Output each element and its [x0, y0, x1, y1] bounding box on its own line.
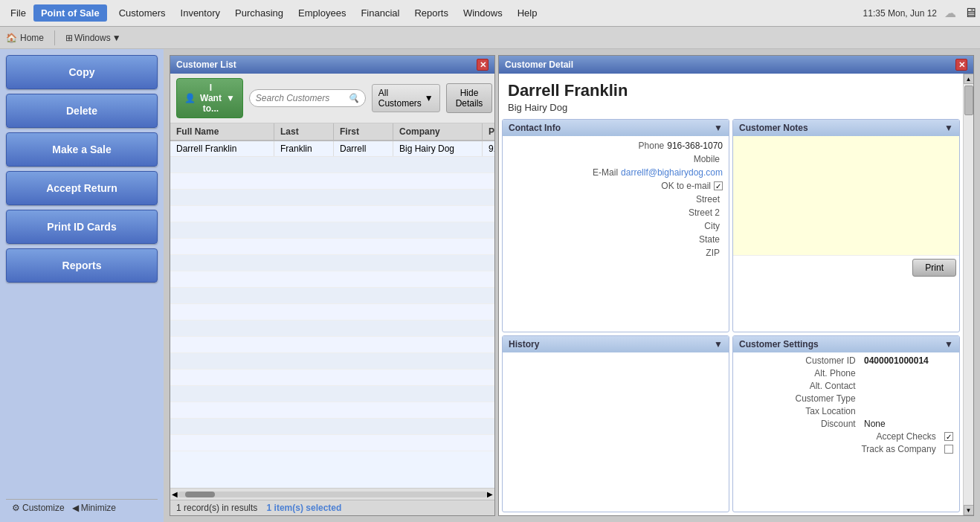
all-customers-dropdown[interactable]: All Customers ▼	[372, 84, 440, 112]
ok-to-email-checkbox[interactable]: ✓	[714, 181, 723, 190]
sidebar: Copy Delete Make a Sale Accept Return Pr…	[0, 49, 164, 522]
contact-info-section: Contact Info ▼ Phone 916-368-1070	[502, 119, 729, 332]
detail-scroll-track[interactable]	[964, 84, 974, 505]
menu-file[interactable]: File	[3, 3, 33, 23]
notes-footer: Print	[733, 255, 959, 280]
history-section: History ▼	[502, 335, 729, 512]
email-label: E-Mail	[558, 167, 618, 178]
detail-scroll-thumb[interactable]	[964, 86, 973, 115]
contact-info-header[interactable]: Contact Info ▼	[503, 120, 729, 136]
ok-to-email-row: OK to e-mail ✓	[509, 181, 723, 191]
cell-fullname: Darrell Franklin	[170, 141, 274, 156]
copy-button[interactable]: Copy	[6, 55, 158, 89]
street-row: Street	[509, 194, 723, 204]
customer-settings-title: Customer Settings	[739, 339, 819, 349]
separator	[54, 30, 55, 45]
cell-company: Big Hairy Dog	[393, 141, 483, 156]
i-want-to-button[interactable]: 👤 I Want to... ▼	[176, 78, 243, 118]
detail-main: Darrell Franklin Big Hairy Dog Contact I…	[499, 74, 963, 515]
empty-row	[170, 386, 494, 402]
history-header[interactable]: History ▼	[503, 336, 729, 352]
main-layout: Copy Delete Make a Sale Accept Return Pr…	[0, 49, 980, 522]
mobile-label: Mobile	[660, 154, 720, 164]
history-chevron-icon: ▼	[714, 339, 723, 349]
customer-notes-header[interactable]: Customer Notes ▼	[733, 120, 959, 136]
empty-row	[170, 435, 494, 451]
customer-settings-header[interactable]: Customer Settings ▼	[733, 336, 959, 352]
scroll-up-button[interactable]: ▲	[964, 74, 974, 84]
table-header: Full Name Last First Company Phone	[170, 123, 494, 141]
discount-value: None	[864, 419, 953, 429]
customize-label: Customize	[22, 503, 65, 513]
detail-sections: Contact Info ▼ Phone 916-368-1070	[499, 116, 963, 515]
menu-pos[interactable]: Point of Sale	[33, 4, 107, 22]
menu-customers[interactable]: Customers	[112, 3, 173, 23]
scroll-track[interactable]	[178, 492, 487, 497]
cloud-icon: ☁	[944, 6, 956, 20]
scroll-thumb[interactable]	[185, 492, 215, 497]
menu-windows[interactable]: Windows	[456, 3, 510, 23]
sidebar-bottom: ⚙ Customize ◀ Minimize	[6, 499, 158, 516]
home-button[interactable]: 🏠 Home	[6, 33, 44, 43]
detail-header: Darrell Franklin Big Hairy Dog	[499, 74, 963, 116]
col-header-last: Last	[274, 123, 334, 140]
minimize-button[interactable]: ◀ Minimize	[72, 503, 116, 513]
customer-id-value: 0400001000014	[864, 355, 953, 366]
menu-help[interactable]: Help	[510, 3, 545, 23]
toolbar-right: Hide Details Add Edit	[446, 83, 495, 113]
search-customers-box: 🔍	[249, 89, 366, 107]
history-title: History	[509, 339, 539, 349]
customer-table-container: Full Name Last First Company Phone Darre…	[170, 123, 494, 500]
home-icon: 🏠	[6, 33, 17, 43]
detail-close-button[interactable]: ✕	[955, 59, 967, 71]
hide-details-button[interactable]: Hide Details	[446, 83, 493, 113]
customer-list-title-bar: Customer List ✕	[170, 56, 494, 74]
delete-button[interactable]: Delete	[6, 94, 158, 128]
street-label: Street	[660, 194, 720, 204]
menu-financial[interactable]: Financial	[353, 3, 407, 23]
customer-notes-section: Customer Notes ▼ Print	[732, 119, 960, 332]
scroll-down-button[interactable]: ▼	[964, 505, 974, 515]
notes-print-button[interactable]: Print	[912, 259, 956, 277]
settings-content: Customer ID 0400001000014 Alt. Phone Alt…	[733, 352, 959, 460]
empty-row	[170, 320, 494, 337]
ok-to-email-label: OK to e-mail	[651, 181, 711, 191]
accept-checks-checkbox[interactable]: ✓	[944, 432, 953, 441]
track-as-company-checkbox[interactable]	[944, 445, 953, 454]
scroll-right-icon[interactable]: ▶	[487, 490, 493, 498]
reports-button[interactable]: Reports	[6, 248, 158, 283]
customer-list-close-button[interactable]: ✕	[477, 59, 489, 71]
alt-phone-label: Alt. Phone	[814, 368, 855, 378]
customer-toolbar: 👤 I Want to... ▼ 🔍 All Customers ▼ Hide …	[170, 74, 494, 123]
zip-row: ZIP	[509, 248, 723, 258]
accept-return-button[interactable]: Accept Return	[6, 171, 158, 205]
state-label: State	[660, 234, 720, 245]
horizontal-scrollbar[interactable]: ◀ ▶	[170, 488, 494, 500]
detail-scrollbar[interactable]: ▲ ▼	[963, 74, 973, 515]
print-id-cards-button[interactable]: Print ID Cards	[6, 210, 158, 244]
customer-notes-content	[733, 136, 959, 255]
windows-icon: ⊞	[65, 33, 73, 43]
datetime-display: 11:35 Mon, Jun 12	[863, 8, 937, 19]
menu-employees[interactable]: Employees	[291, 3, 353, 23]
make-a-sale-button[interactable]: Make a Sale	[6, 132, 158, 167]
person-icon: 👤	[184, 93, 196, 103]
alt-phone-row: Alt. Phone	[739, 368, 953, 378]
contact-info-chevron: ▼	[714, 123, 723, 133]
scroll-left-icon[interactable]: ◀	[172, 490, 178, 498]
email-value[interactable]: darrellf@bighairydog.com	[621, 167, 723, 178]
menu-inventory[interactable]: Inventory	[173, 3, 228, 23]
menu-reports[interactable]: Reports	[407, 3, 456, 23]
history-content	[503, 352, 729, 449]
empty-row	[170, 222, 494, 239]
table-row[interactable]: Darrell Franklin Franklin Darrell Big Ha…	[170, 141, 494, 157]
windows-button[interactable]: ⊞ Windows ▼	[65, 33, 121, 43]
cell-last: Franklin	[274, 141, 334, 156]
email-row: E-Mail darrellf@bighairydog.com	[509, 167, 723, 178]
detail-title: Customer Detail	[505, 59, 573, 70]
customize-button[interactable]: ⚙ Customize	[12, 503, 65, 513]
menu-purchasing[interactable]: Purchasing	[228, 3, 291, 23]
track-as-company-row: Track as Company	[739, 444, 953, 454]
dropdown-chevron-icon: ▼	[425, 93, 433, 103]
search-customers-input[interactable]	[256, 93, 345, 103]
